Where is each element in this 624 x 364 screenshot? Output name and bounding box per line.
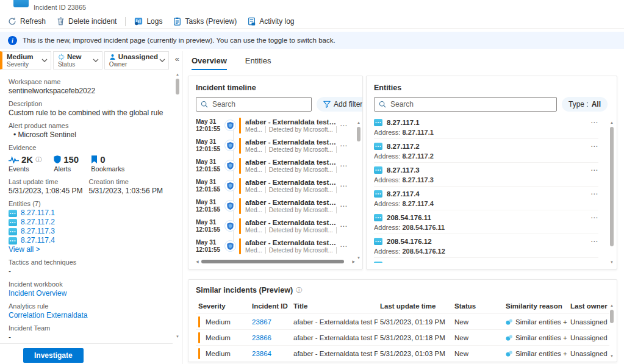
entity-link[interactable]: 8.27.117.2 bbox=[9, 218, 169, 226]
events-metric[interactable]: 2Kⓘ Events bbox=[9, 154, 41, 173]
info-icon[interactable]: ⓘ bbox=[296, 286, 302, 294]
timeline-search[interactable] bbox=[196, 97, 312, 112]
more-actions-icon[interactable]: ⋯ bbox=[337, 182, 348, 190]
logs-button[interactable]: Logs bbox=[129, 15, 168, 29]
scroll-down-icon[interactable]: ▼ bbox=[610, 260, 614, 265]
entity-link[interactable]: 8.27.117.1 bbox=[9, 209, 169, 217]
more-actions-icon[interactable]: ⋯ bbox=[337, 222, 348, 230]
col-status[interactable]: Status bbox=[452, 302, 503, 310]
col-incident-id[interactable]: Incident ID bbox=[249, 302, 291, 310]
more-actions-icon[interactable]: ⋯ bbox=[337, 121, 348, 130]
alerts-metric[interactable]: 150 Alerts bbox=[54, 154, 79, 173]
entity-item[interactable]: 8.27.117.2⋯ Address: 8.27.117.2 bbox=[374, 139, 598, 163]
timeline-item[interactable]: May 3112:01:55 afaber - Externaldata tes… bbox=[196, 115, 348, 135]
timeline-horizontal-scrollbar[interactable]: ◀ ▶ bbox=[196, 258, 355, 265]
entity-link-text[interactable]: 8.27.117.2 bbox=[21, 218, 55, 226]
col-title[interactable]: Title bbox=[291, 302, 378, 310]
tab-entities[interactable]: Entities bbox=[245, 56, 271, 70]
timeline-item[interactable]: May 3112:01:55 afaber - Externaldata tes… bbox=[196, 155, 348, 176]
timeline-search-input[interactable] bbox=[212, 100, 307, 109]
more-actions-icon[interactable]: ⋯ bbox=[587, 190, 598, 198]
scrollbar-thumb[interactable] bbox=[201, 260, 344, 263]
add-filter-button[interactable]: Add filter bbox=[317, 97, 363, 112]
entities-label: Entities (7) bbox=[9, 199, 169, 208]
entities-search-input[interactable] bbox=[390, 100, 552, 109]
info-icon[interactable]: ⓘ bbox=[35, 155, 41, 164]
scroll-up-icon[interactable]: ▲ bbox=[176, 72, 179, 77]
entity-link-text[interactable]: 8.27.117.1 bbox=[21, 209, 55, 217]
scroll-down-icon[interactable]: ▼ bbox=[176, 334, 179, 340]
scroll-up-icon[interactable]: ▲ bbox=[357, 120, 360, 126]
type-filter-button[interactable]: Type : All bbox=[562, 97, 608, 112]
timeline-item[interactable]: May 3112:01:55 afaber - Externaldata tes… bbox=[196, 176, 348, 196]
refresh-icon bbox=[8, 17, 16, 26]
workbook-link[interactable]: Incident Overview bbox=[9, 289, 66, 298]
bookmarks-metric[interactable]: 0 Bookmarks bbox=[91, 154, 124, 173]
entity-item[interactable]: 8.27.117.3⋯ Address: 8.27.117.3 bbox=[374, 163, 598, 187]
timeline-item[interactable]: May 3112:01:55 afaber - Externaldata tes… bbox=[196, 196, 348, 216]
more-actions-icon[interactable]: ⋯ bbox=[587, 118, 598, 127]
timeline-scrollbar[interactable]: ▲ ▼ bbox=[355, 120, 362, 261]
scrollbar-thumb[interactable] bbox=[357, 127, 360, 141]
scrollbar-thumb[interactable] bbox=[610, 310, 614, 323]
more-actions-icon[interactable]: ⋯ bbox=[337, 242, 348, 251]
investigate-button[interactable]: Investigate bbox=[23, 348, 84, 363]
more-actions-icon[interactable]: ⋯ bbox=[587, 261, 598, 263]
similar-incident-row[interactable]: Medium 23866 afaber - Externaldata test … bbox=[196, 329, 609, 345]
more-actions-icon[interactable]: ⋯ bbox=[587, 166, 598, 174]
incident-id-link[interactable]: 23864 bbox=[252, 350, 271, 357]
timeline-item[interactable]: May 3112:01:55 afaber - Externaldata tes… bbox=[196, 216, 348, 236]
similar-incidents-scrollbar[interactable]: ▲ ▼ bbox=[608, 303, 615, 359]
more-actions-icon[interactable]: ⋯ bbox=[587, 142, 598, 151]
scrollbar-thumb[interactable] bbox=[176, 79, 179, 95]
owner-dropdown[interactable]: Unassigned Owner bbox=[104, 51, 169, 70]
last-update-label: Last update time bbox=[9, 177, 89, 186]
entity-item[interactable]: 208.54.176.13⋯ bbox=[374, 258, 598, 263]
severity-dropdown[interactable]: Medium Severity bbox=[0, 51, 51, 70]
similar-incident-row[interactable]: Medium 23864 afaber - Externaldata test … bbox=[196, 345, 609, 361]
delete-incident-button[interactable]: Delete incident bbox=[51, 15, 122, 29]
scrollbar-thumb[interactable] bbox=[610, 127, 614, 246]
entities-scrollbar[interactable]: ▲ ▼ bbox=[608, 120, 615, 265]
collapse-pane-icon[interactable]: « bbox=[175, 54, 179, 63]
more-actions-icon[interactable]: ⋯ bbox=[587, 237, 598, 246]
entity-link-text[interactable]: 8.27.117.4 bbox=[21, 237, 55, 244]
col-last-update[interactable]: Last update time bbox=[378, 302, 452, 310]
entity-item[interactable]: 8.27.117.1⋯ Address: 8.27.117.1 bbox=[374, 115, 598, 139]
more-actions-icon[interactable]: ⋯ bbox=[587, 213, 598, 222]
entity-item[interactable]: 208.54.176.11⋯ Address: 208.54.176.11 bbox=[374, 210, 598, 234]
scroll-down-icon[interactable]: ▼ bbox=[357, 255, 360, 261]
scroll-up-icon[interactable]: ▲ bbox=[610, 303, 614, 309]
refresh-button[interactable]: Refresh bbox=[2, 15, 51, 29]
entity-link[interactable]: 8.27.117.4 bbox=[9, 237, 169, 244]
more-actions-icon[interactable]: ⋯ bbox=[337, 141, 348, 150]
alert-product-name: Microsoft Sentinel bbox=[18, 130, 76, 139]
scroll-left-icon[interactable]: ◀ bbox=[196, 259, 199, 265]
tasks-button[interactable]: Tasks (Preview) bbox=[168, 15, 242, 29]
entity-item[interactable]: 208.54.176.12⋯ Address: 208.54.176.12 bbox=[374, 234, 598, 258]
activity-log-button[interactable]: Activity log bbox=[242, 15, 299, 29]
col-last-owner[interactable]: Last owner bbox=[568, 302, 609, 310]
entity-item[interactable]: 8.27.117.4⋯ Address: 8.27.117.4 bbox=[374, 187, 598, 210]
status-dropdown[interactable]: New Status bbox=[53, 51, 102, 70]
col-severity[interactable]: Severity bbox=[196, 302, 249, 310]
more-actions-icon[interactable]: ⋯ bbox=[337, 202, 348, 210]
entities-search[interactable] bbox=[374, 97, 557, 112]
details-scrollbar[interactable]: ▲ ▼ bbox=[174, 72, 181, 340]
entity-link-text[interactable]: 8.27.117.3 bbox=[21, 227, 55, 235]
incident-id-link[interactable]: 23866 bbox=[252, 334, 271, 341]
more-actions-icon[interactable]: ⋯ bbox=[337, 162, 348, 170]
col-similarity-reason[interactable]: Similarity reason bbox=[503, 302, 568, 310]
tab-overview[interactable]: Overview bbox=[192, 56, 227, 70]
scroll-up-icon[interactable]: ▲ bbox=[610, 120, 614, 126]
incident-id-link[interactable]: 23867 bbox=[252, 318, 271, 326]
view-all-link[interactable]: View all > bbox=[9, 245, 40, 254]
alert-product-item: • Microsoft Sentinel bbox=[13, 130, 169, 139]
timeline-item[interactable]: May 3112:01:55 afaber - Externaldata tes… bbox=[196, 236, 348, 256]
timeline-item[interactable]: May 3112:01:55 afaber - Externaldata tes… bbox=[196, 135, 348, 155]
scroll-down-icon[interactable]: ▼ bbox=[610, 354, 614, 359]
bookmark-icon bbox=[91, 155, 98, 163]
analytics-rule-link[interactable]: Correlation Externaldata bbox=[9, 311, 87, 319]
similar-incident-row[interactable]: Medium 23867 afaber - Externaldata test … bbox=[196, 313, 609, 329]
entity-link[interactable]: 8.27.117.3 bbox=[9, 227, 169, 235]
